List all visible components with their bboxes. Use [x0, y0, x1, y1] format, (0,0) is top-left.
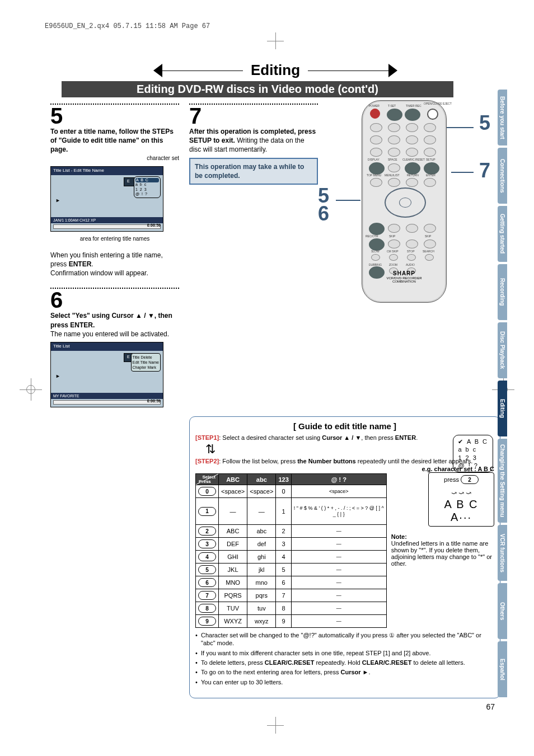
td: <space>: [291, 485, 386, 498]
example-line: e.g. character set : A B C: [195, 466, 494, 472]
btn-label: SEARCH: [423, 250, 434, 253]
space-button[interactable]: [388, 163, 400, 172]
enter-button[interactable]: [424, 178, 436, 187]
num-button[interactable]: [406, 148, 418, 157]
section-tab[interactable]: Others: [498, 583, 507, 639]
td: MNO: [219, 576, 247, 589]
setup-button[interactable]: [424, 162, 439, 175]
btn-label: SKIP: [389, 234, 395, 238]
num-button[interactable]: [370, 135, 382, 144]
td: —: [219, 498, 247, 525]
charset-selector-box: A B C a b c 1 2 3 @ ! ?: [453, 435, 493, 472]
table-row: 3DEFdef3—: [196, 538, 387, 551]
table-row: 7PQRSpqrs7—: [196, 589, 387, 602]
osd-info-line: JAN/1 1:00AM CH12 XP: [51, 217, 163, 223]
return-button[interactable]: [406, 178, 418, 187]
btn-label: STOP: [407, 250, 415, 253]
btn-label: ZOOM: [389, 263, 397, 266]
num-button[interactable]: [406, 135, 418, 144]
num-button[interactable]: [388, 135, 400, 144]
number-key-icon: 0: [198, 487, 216, 496]
remote-brand: SHARP: [393, 270, 415, 276]
clear-button[interactable]: [405, 162, 420, 175]
td: —: [291, 525, 386, 538]
table-row: 4GHIghi4—: [196, 551, 387, 564]
section-tab[interactable]: Español: [498, 641, 507, 697]
td: 9: [196, 615, 219, 628]
section-tab[interactable]: Getting started: [498, 206, 507, 262]
skip-fwd-button[interactable]: [424, 224, 436, 233]
recotr-button[interactable]: [369, 238, 385, 251]
bullet: To delete letters, press CLEAR/C.RESET r…: [195, 659, 494, 666]
recmon-button[interactable]: [369, 223, 385, 235]
section-tab[interactable]: Editing: [498, 381, 507, 436]
section-tabs: Before you startConnectionsGetting start…: [498, 90, 507, 697]
osd-timecode: 0:00:59: [147, 398, 161, 403]
num-button[interactable]: [424, 148, 436, 157]
menulist-button[interactable]: [388, 178, 400, 187]
step-6-number: 6: [50, 289, 179, 311]
callout-5-6: 56: [318, 187, 329, 223]
number-key-icon: 1: [198, 507, 216, 516]
td: 2: [196, 525, 219, 538]
section-tab[interactable]: VCR functions: [498, 525, 507, 581]
ok-button[interactable]: [399, 198, 411, 208]
step-5-instruction: To enter a title name, follow the STEPs …: [50, 128, 174, 153]
num-button[interactable]: [388, 148, 400, 157]
tset-button[interactable]: [387, 109, 402, 121]
skip-button[interactable]: [388, 240, 400, 248]
press-example: press 2 ⤻ ⤻ ⤻ A B C A···: [428, 472, 494, 527]
section-tab[interactable]: Recording: [498, 264, 507, 320]
num-button[interactable]: [406, 123, 418, 132]
num-button[interactable]: [370, 123, 382, 132]
cursor-pad[interactable]: [385, 187, 426, 218]
num-button[interactable]: [388, 123, 400, 132]
num-button[interactable]: [370, 148, 382, 157]
section-tab[interactable]: Disc Playback: [498, 322, 507, 378]
remote-body: POWER T-SET TIMER REC OPEN/CLOSE EJECT: [362, 100, 447, 303]
td: ! " # $ % & ' ( ) * + , - . / : ; < = > …: [291, 498, 386, 525]
td: <space>: [219, 485, 247, 498]
osd-edit-title-name: Title List - Edit Title Name A B C a b c…: [50, 166, 163, 232]
warning-note: This operation may take a while to be co…: [189, 158, 318, 185]
skip-button[interactable]: [424, 240, 436, 248]
cmskip-button[interactable]: [389, 254, 398, 261]
td: —: [291, 538, 386, 551]
td: pqrs: [247, 589, 276, 602]
pause-button[interactable]: [406, 224, 418, 233]
btn-label: SLOW: [371, 250, 380, 253]
stop-button[interactable]: [407, 254, 416, 261]
td: 3: [196, 538, 219, 551]
dubbing-button[interactable]: [369, 266, 385, 279]
skip-back-button[interactable]: [388, 224, 400, 233]
power-button[interactable]: [370, 109, 380, 119]
td: 8: [196, 602, 219, 615]
registration-mark-left: [20, 378, 42, 401]
play-icon: ►: [55, 373, 60, 379]
section-tab[interactable]: Connections: [498, 148, 507, 204]
btn-label: SPACE: [388, 158, 397, 161]
th: abc: [247, 474, 276, 485]
charset-row: @ ! ?: [458, 462, 488, 469]
btn-label: CM SKIP: [387, 250, 399, 253]
eject-button[interactable]: [427, 109, 438, 120]
pause-button[interactable]: [406, 240, 418, 248]
btn-label: REC/OTR: [366, 234, 378, 238]
td: 5: [276, 564, 291, 576]
section-tab[interactable]: Changing the Setting menu: [498, 439, 507, 523]
slow-button[interactable]: [371, 254, 380, 261]
timer-rec-button[interactable]: [405, 109, 420, 121]
table-row: 9WXYZwxyz9—: [196, 615, 387, 628]
topmenu-button[interactable]: [370, 178, 382, 187]
td: —: [291, 551, 386, 564]
remote-diagram: POWER T-SET TIMER REC OPEN/CLOSE EJECT: [328, 100, 485, 330]
display-button[interactable]: [369, 162, 385, 175]
search-button[interactable]: [425, 254, 434, 261]
td: —: [291, 602, 386, 615]
num-button[interactable]: [424, 123, 436, 132]
th: @ ! ?: [291, 474, 386, 485]
section-tab[interactable]: Before you start: [498, 90, 507, 145]
td: 6: [196, 576, 219, 589]
lead-line: [447, 127, 474, 128]
num-button[interactable]: [424, 135, 436, 144]
